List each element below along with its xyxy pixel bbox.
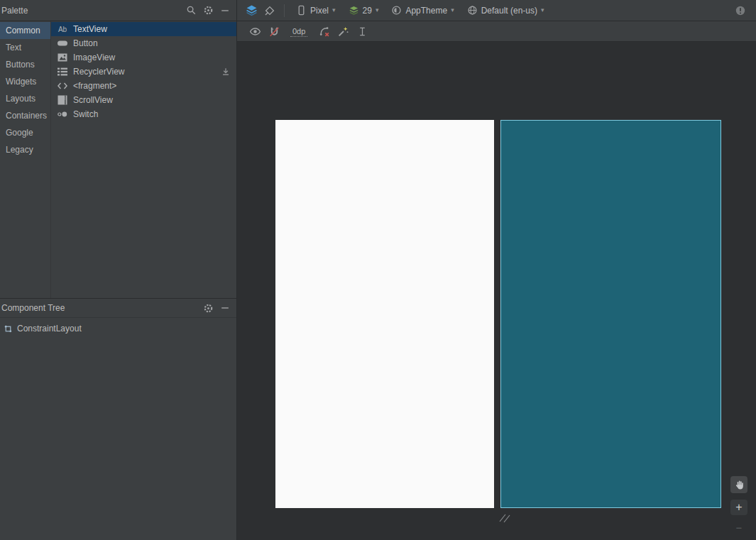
clear-constraints-icon xyxy=(318,26,330,38)
download-icon xyxy=(221,67,231,77)
zoom-controls: + − xyxy=(730,476,747,533)
globe-icon xyxy=(467,5,478,16)
magic-wand-icon xyxy=(337,26,349,38)
locale-selector[interactable]: Default (en-us) ▾ xyxy=(461,2,550,19)
palette-item-label: Switch xyxy=(73,109,98,119)
textview-icon: Ab xyxy=(57,23,68,35)
api-level-icon xyxy=(349,5,359,16)
component-tree-header: Component Tree xyxy=(0,299,236,318)
tree-item-constraintlayout[interactable]: ConstraintLayout xyxy=(0,321,236,336)
device-selector-label: Pixel xyxy=(310,6,329,16)
gear-icon xyxy=(203,5,214,16)
guideline-tool-button[interactable] xyxy=(354,23,371,40)
palette-panel-header: Palette xyxy=(0,0,237,21)
hand-icon xyxy=(734,480,745,490)
layers-icon xyxy=(246,4,258,16)
palette-item-label: Button xyxy=(73,38,98,48)
palette-category-common[interactable]: Common xyxy=(0,22,50,39)
chevron-down-icon: ▾ xyxy=(376,7,379,13)
infer-constraints-button[interactable] xyxy=(334,23,351,40)
zoom-out-button[interactable]: − xyxy=(730,522,747,533)
palette-item-list: Ab TextView Button ImageView xyxy=(51,21,236,298)
api-version-selector[interactable]: 29 ▾ xyxy=(343,2,385,19)
component-tree-panel: Component Tree xyxy=(0,298,236,540)
palette-panel: Common Text Buttons Widgets Layouts Cont… xyxy=(0,21,237,540)
palette-category-legacy[interactable]: Legacy xyxy=(0,141,50,158)
eye-icon xyxy=(249,26,261,38)
canvas-resize-handle[interactable] xyxy=(498,513,511,523)
issues-indicator-button[interactable] xyxy=(732,2,749,19)
default-margin-selector[interactable]: 0dp xyxy=(290,26,307,37)
theme-icon xyxy=(391,5,402,16)
palette-category-buttons[interactable]: Buttons xyxy=(0,56,50,73)
button-icon xyxy=(57,38,68,49)
search-icon xyxy=(186,5,197,16)
toolbar-separator xyxy=(284,4,285,17)
constraintlayout-icon xyxy=(2,323,13,334)
component-tree-title: Component Tree xyxy=(1,303,65,313)
top-toolbar: Palette xyxy=(0,0,756,21)
chevron-down-icon: ▾ xyxy=(451,7,454,13)
design-surface-mode-button[interactable] xyxy=(243,2,260,19)
design-canvas[interactable] xyxy=(275,120,494,508)
design-toolbar: 0dp xyxy=(237,21,756,42)
palette-item-label: ScrollView xyxy=(73,95,113,105)
device-config-toolbar: Pixel ▾ 29 ▾ AppTheme ▾ xyxy=(237,0,756,21)
magnet-off-icon xyxy=(268,26,280,38)
palette-item-label: <fragment> xyxy=(73,81,116,91)
clear-constraints-button[interactable] xyxy=(315,23,332,40)
theme-selector[interactable]: AppTheme ▾ xyxy=(385,2,459,19)
scrollview-icon xyxy=(57,94,68,106)
palette-title: Palette xyxy=(1,6,28,16)
switch-icon xyxy=(57,109,68,120)
palette-item-label: RecyclerView xyxy=(73,67,124,77)
view-options-button[interactable] xyxy=(246,23,263,40)
blueprint-canvas[interactable] xyxy=(500,120,721,508)
palette-category-google[interactable]: Google xyxy=(0,124,50,141)
palette-item-textview[interactable]: Ab TextView xyxy=(51,22,236,36)
palette-item-recyclerview[interactable]: RecyclerView xyxy=(51,65,236,79)
palette-category-containers[interactable]: Containers xyxy=(0,107,50,124)
theme-selector-label: AppTheme xyxy=(405,6,447,16)
zoom-in-button[interactable]: + xyxy=(730,500,747,515)
imageview-icon xyxy=(57,52,68,63)
component-tree-settings-button[interactable] xyxy=(199,299,217,316)
chevron-down-icon: ▾ xyxy=(541,7,544,13)
autoconnect-toggle-button[interactable] xyxy=(265,23,283,40)
palette-category-list: Common Text Buttons Widgets Layouts Cont… xyxy=(0,21,51,298)
recyclerview-icon xyxy=(57,66,68,77)
palette-category-widgets[interactable]: Widgets xyxy=(0,73,50,90)
palette-item-button[interactable]: Button xyxy=(51,36,236,50)
palette-item-scrollview[interactable]: ScrollView xyxy=(51,93,236,107)
palette-settings-button[interactable] xyxy=(199,2,217,19)
palette-item-label: TextView xyxy=(73,24,107,34)
api-version-label: 29 xyxy=(363,6,372,16)
component-tree-body: ConstraintLayout xyxy=(0,318,236,540)
device-selector[interactable]: Pixel ▾ xyxy=(290,2,341,19)
phone-icon xyxy=(296,5,307,16)
fragment-icon xyxy=(57,80,68,92)
palette-minimize-button[interactable] xyxy=(217,2,234,19)
orientation-icon xyxy=(264,5,275,16)
palette-item-fragment[interactable]: <fragment> xyxy=(51,79,236,93)
layout-editor: Palette xyxy=(0,0,756,540)
palette-item-imageview[interactable]: ImageView xyxy=(51,50,236,65)
chevron-down-icon: ▾ xyxy=(332,7,336,13)
minimize-icon xyxy=(220,303,230,313)
error-icon xyxy=(735,5,746,16)
design-surface[interactable]: + − xyxy=(237,42,756,540)
tree-item-label: ConstraintLayout xyxy=(17,324,82,334)
palette-category-layouts[interactable]: Layouts xyxy=(0,90,50,107)
ibeam-icon xyxy=(357,26,368,37)
minimize-icon xyxy=(220,6,230,16)
pan-button[interactable] xyxy=(730,476,747,493)
palette-search-button[interactable] xyxy=(182,2,199,19)
palette-category-text[interactable]: Text xyxy=(0,39,50,56)
locale-selector-label: Default (en-us) xyxy=(481,6,537,16)
palette-item-label: ImageView xyxy=(73,53,115,62)
gear-icon xyxy=(203,303,214,314)
component-tree-minimize-button[interactable] xyxy=(217,299,234,316)
design-editor: 0dp xyxy=(237,21,756,540)
palette-item-switch[interactable]: Switch xyxy=(51,107,236,121)
orientation-button[interactable] xyxy=(261,2,278,19)
